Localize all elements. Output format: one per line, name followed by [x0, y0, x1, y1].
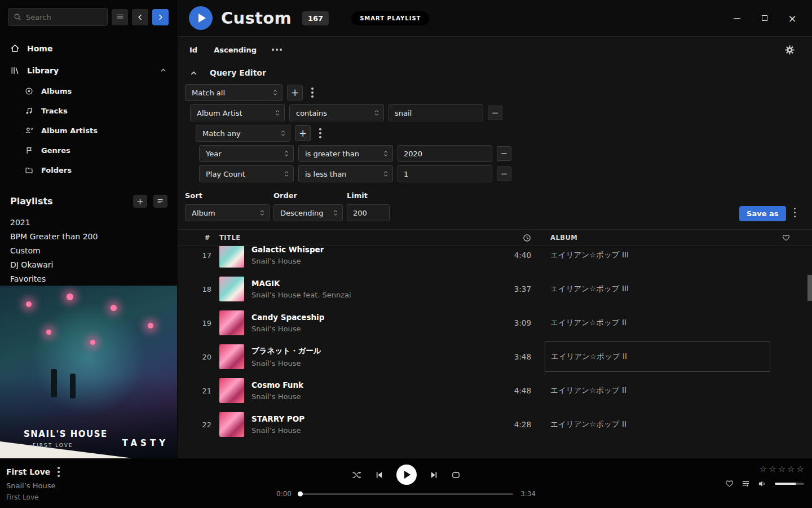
track-title: Galactic Whisper [251, 246, 324, 254]
limit-input[interactable] [347, 204, 390, 221]
playlist-item[interactable]: Favorites [10, 271, 167, 286]
track-row[interactable]: 19 Candy Spaceship Snail’s House 3:09 エイ… [178, 306, 812, 340]
sidebar-item-label: Home [27, 44, 52, 53]
query-editor-title: Query Editor [210, 68, 266, 77]
track-row[interactable]: 18 MAGIK Snail’s House feat. Sennzai 3:3… [178, 272, 812, 306]
rule-operator-select[interactable]: is greater than [298, 145, 393, 162]
sort-order-button[interactable]: Ascending [214, 46, 257, 54]
track-menu-icon[interactable] [55, 466, 62, 478]
group-menu-icon[interactable] [307, 85, 317, 100]
heart-icon [782, 234, 790, 242]
star-icon[interactable]: ☆ [760, 464, 767, 474]
search-box[interactable] [8, 8, 108, 26]
collapse-button[interactable] [187, 67, 200, 79]
rule-value-input[interactable] [398, 165, 492, 182]
track-row[interactable]: 21 Cosmo Funk Snail’s House 4:48 エイリアン☆ポ… [178, 374, 812, 408]
sidebar-item-tracks[interactable]: Tracks [0, 101, 178, 121]
track-album-focused-cell[interactable]: エイリアン☆ポップ II [545, 341, 770, 372]
star-icon[interactable]: ☆ [778, 464, 785, 474]
save-as-button[interactable]: Save as [739, 206, 785, 221]
volume-button[interactable] [758, 480, 767, 488]
playlist-item[interactable]: DJ Okawari [10, 257, 167, 271]
play-playlist-button[interactable] [189, 6, 213, 30]
sort-select[interactable]: Album [185, 204, 270, 221]
favorite-button[interactable] [725, 479, 734, 488]
rule-field-select[interactable]: Year [199, 145, 294, 162]
sidebar-item-albums[interactable]: Albums [0, 81, 178, 101]
search-input[interactable] [26, 13, 102, 21]
repeat-button[interactable] [451, 471, 461, 479]
previous-button[interactable] [375, 471, 383, 479]
track-row[interactable]: 22 STARRY POP Snail’s House 4:28 エイリアン☆ポ… [178, 408, 812, 441]
seek-bar[interactable] [299, 493, 513, 495]
maximize-button[interactable] [760, 13, 770, 23]
playlists-title: Playlists [10, 196, 53, 207]
playlist-list-button[interactable] [153, 195, 167, 208]
lantern-glow [90, 340, 95, 345]
flag-icon [25, 146, 33, 155]
add-playlist-button[interactable]: + [133, 195, 147, 208]
column-title[interactable]: TITLE [219, 234, 475, 242]
sidebar-item-folders[interactable]: Folders [0, 160, 178, 180]
rule-value-input[interactable] [398, 145, 492, 162]
rating-stars[interactable]: ☆☆☆☆☆ [760, 464, 804, 474]
column-album[interactable]: ALBUM [537, 234, 770, 242]
forward-button[interactable] [152, 9, 169, 25]
column-duration[interactable] [480, 234, 531, 242]
rule-operator-select[interactable]: is less than [298, 165, 393, 182]
sort-field-button[interactable]: Id [189, 46, 197, 54]
rule-value-input[interactable] [389, 104, 483, 121]
seek-knob[interactable] [298, 492, 303, 497]
group-menu-icon[interactable] [315, 126, 325, 141]
add-rule-button[interactable]: + [295, 125, 311, 141]
close-button[interactable]: × [787, 13, 797, 23]
more-options-icon[interactable] [270, 46, 284, 53]
folder-icon [25, 166, 33, 174]
playlist-item[interactable]: BPM Greater than 200 [10, 229, 167, 243]
limit-label: Limit [347, 191, 390, 200]
next-button[interactable] [430, 471, 438, 479]
sidebar-item-label: Library [27, 66, 59, 75]
scrollbar-thumb[interactable] [807, 275, 812, 301]
play-pause-button[interactable] [396, 465, 417, 485]
remove-rule-button[interactable]: − [497, 167, 511, 181]
sidebar-item-genres[interactable]: Genres [0, 141, 178, 160]
sidebar-item-library[interactable]: Library [0, 59, 178, 81]
remove-rule-button[interactable]: − [488, 106, 502, 120]
match-mode-select[interactable]: Match any [196, 125, 290, 142]
sidebar-nav: Home Library Albums [0, 33, 178, 180]
playlist-item[interactable]: 2021 [10, 215, 167, 229]
star-icon[interactable]: ☆ [769, 464, 776, 474]
shuffle-button[interactable] [352, 471, 362, 479]
track-album: エイリアン☆ポップ II [537, 419, 770, 430]
column-favorite[interactable] [776, 234, 796, 242]
menu-button[interactable] [112, 9, 128, 25]
queue-button[interactable] [742, 479, 750, 488]
minimize-button[interactable] [732, 13, 742, 23]
rule-field-select[interactable]: Play Count [199, 165, 294, 182]
remove-rule-button[interactable]: − [497, 146, 511, 161]
rule-field-select[interactable]: Album Artist [190, 104, 285, 121]
select-arrows-icon [374, 110, 379, 116]
playlist-item[interactable]: Custom [10, 243, 167, 257]
album-art-thumbnail [219, 277, 244, 301]
chevron-up-icon[interactable] [160, 67, 166, 73]
player-right-controls: ☆☆☆☆☆ [725, 464, 804, 488]
star-icon[interactable]: ☆ [787, 464, 795, 474]
star-icon[interactable]: ☆ [797, 464, 804, 474]
match-mode-select[interactable]: Match all [185, 84, 283, 101]
track-album: エイリアン☆ポップ II [537, 318, 770, 328]
back-button[interactable] [132, 9, 148, 25]
save-menu-icon[interactable] [790, 205, 800, 220]
rule-operator-select[interactable]: contains [289, 104, 384, 121]
track-row[interactable]: 17 Galactic Whisper Snail’s House 4:40 エ… [178, 246, 812, 272]
add-rule-button[interactable]: + [287, 85, 303, 100]
sidebar-item-home[interactable]: Home [0, 37, 178, 59]
order-select[interactable]: Descending [273, 204, 343, 221]
column-number[interactable]: # [186, 234, 214, 242]
shuffle-icon [352, 471, 362, 479]
volume-slider[interactable] [775, 483, 804, 485]
track-row[interactable]: 20 プラネット・ガール Snail’s House 3:48 エイリアン☆ポッ… [178, 340, 812, 374]
sidebar-item-album-artists[interactable]: Album Artists [0, 121, 178, 141]
settings-button[interactable] [784, 45, 795, 55]
